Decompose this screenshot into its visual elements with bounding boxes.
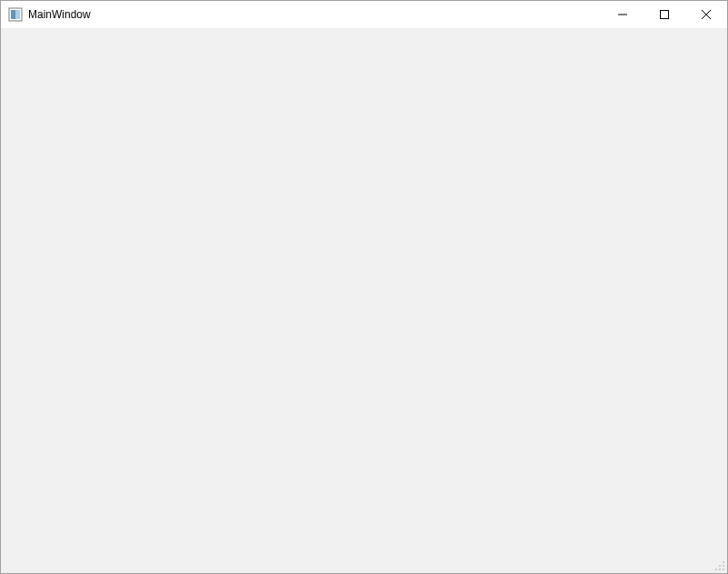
client-area bbox=[1, 28, 727, 573]
svg-point-11 bbox=[719, 569, 721, 570]
size-grip[interactable] bbox=[713, 559, 725, 571]
svg-rect-2 bbox=[11, 10, 15, 19]
minimize-button[interactable] bbox=[602, 1, 644, 28]
svg-point-12 bbox=[723, 569, 724, 570]
svg-rect-4 bbox=[661, 10, 669, 18]
maximize-button[interactable] bbox=[644, 1, 685, 28]
main-window: MainWindow bbox=[0, 0, 728, 574]
window-title: MainWindow bbox=[28, 8, 602, 21]
window-controls bbox=[602, 1, 727, 28]
application-icon bbox=[8, 7, 23, 22]
svg-point-10 bbox=[715, 569, 717, 570]
maximize-icon bbox=[660, 8, 669, 22]
svg-point-7 bbox=[723, 561, 724, 563]
minimize-icon bbox=[618, 8, 627, 22]
close-icon bbox=[702, 8, 711, 22]
close-button[interactable] bbox=[685, 1, 727, 28]
svg-point-8 bbox=[719, 565, 721, 567]
svg-point-9 bbox=[723, 565, 724, 567]
titlebar: MainWindow bbox=[1, 1, 727, 28]
